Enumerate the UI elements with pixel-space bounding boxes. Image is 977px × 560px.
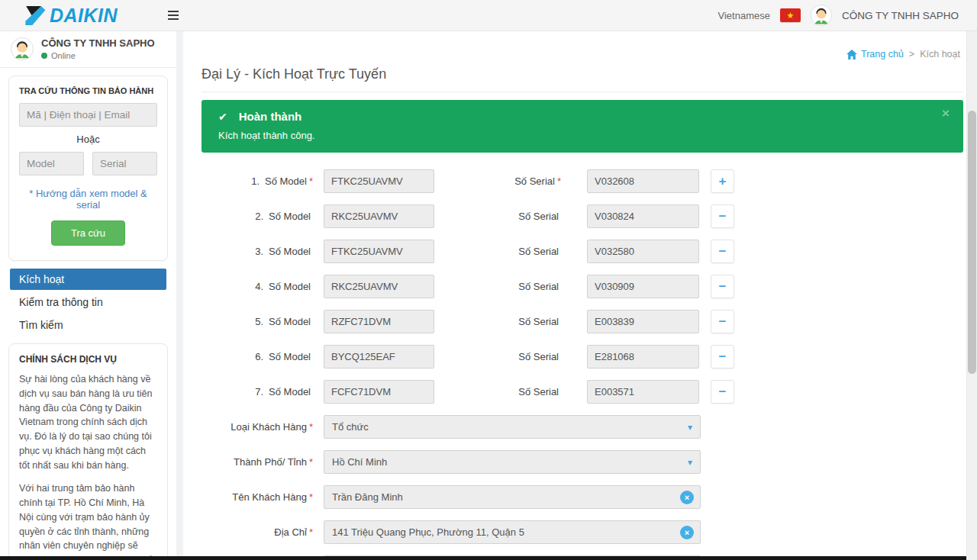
serial-input[interactable] [587,380,699,404]
row-index: 6. [255,351,263,362]
remove-row-button[interactable]: − [711,345,734,369]
sidebar-avatar [11,37,34,60]
scrollbar-thumb[interactable] [968,111,976,374]
serial-label-text: Số Serial [518,351,559,362]
policy-paragraph: Với hai trung tâm bảo hành chính tại TP.… [19,481,157,560]
scrollbar[interactable] [966,31,977,560]
required-mark: * [309,175,313,187]
model-input[interactable] [324,169,434,193]
dropdown-caret-icon[interactable]: ▾ [688,422,692,433]
serial-input[interactable] [587,169,699,193]
alert-close-icon[interactable]: × [942,107,950,120]
serial-input[interactable] [587,310,699,333]
model-label: 6.Số Model [202,351,313,362]
lookup-code-input[interactable] [19,103,157,127]
model-serial-row: 7.Số Model Số Serial − [202,380,963,404]
service-policy-card: CHÍNH SÁCH DỊCH VỤ Sự hài lòng của khách… [8,343,168,560]
customer-field-row: Thành Phố/ Tỉnh* Hồ Chí Minh ▾ [202,450,963,474]
serial-input[interactable] [587,240,699,263]
remove-row-button[interactable]: − [711,275,734,298]
model-input[interactable] [324,310,434,333]
model-label-text: Số Model [269,281,311,292]
serial-label-text: Số Serial [518,211,559,222]
lookup-button[interactable]: Tra cứu [51,220,125,246]
sidebar-nav-item[interactable]: Kích hoạt [10,269,166,290]
field-value: Trần Đăng Minh [332,491,403,503]
serial-input[interactable] [587,275,699,298]
dropdown-caret-icon[interactable]: ▾ [688,457,692,468]
field-control[interactable]: 141 Triệu Quang Phục, Phường 11, Quận 5 … [324,520,701,544]
policy-paragraphs: Sự hài lòng của khách hàng về dịch vụ sa… [19,372,157,560]
model-label: 3.Số Model [202,246,313,257]
field-control[interactable]: Tổ chức ▾ [324,415,701,439]
model-serial-rows: 1.Số Model* Số Serial* + 2.Số Model Số S… [202,169,963,404]
model-serial-row: 2.Số Model Số Serial − [202,204,963,228]
required-mark: * [309,421,313,433]
remove-row-button[interactable]: − [711,310,734,333]
flag-star: ★ [787,11,795,21]
row-index: 5. [255,316,263,327]
sidebar-nav: Kích hoạt Kiểm tra thông tin Tìm kiếm [0,269,176,336]
model-input[interactable] [324,204,434,228]
or-label: Hoặc [19,134,157,145]
field-label: Tên Khách Hàng* [202,491,313,503]
lookup-serial-input[interactable] [92,152,157,175]
model-serial-guide-link[interactable]: * Hướng dẫn xem model & serial [19,188,157,211]
daikin-logo[interactable]: DAIKIN [23,5,160,27]
success-alert: ✔ Hoàn thành Kích hoạt thành công. × [202,100,963,153]
serial-input[interactable] [587,345,699,369]
layout: CÔNG TY TNHH SAPHO Online TRA CỨU THÔNG … [0,31,977,560]
sidebar: CÔNG TY TNHH SAPHO Online TRA CỨU THÔNG … [0,31,183,560]
model-label-text: Số Model [269,316,311,327]
serial-label-text: Số Serial [518,316,559,327]
clear-field-icon[interactable]: × [680,526,694,539]
bottom-edge [0,556,966,560]
row-index: 7. [255,386,263,397]
check-icon: ✔ [218,111,227,123]
user-avatar[interactable] [811,5,832,26]
language-selector[interactable]: Vietnamese [718,10,770,21]
breadcrumb-home-link[interactable]: Trang chủ [846,49,904,60]
model-serial-row: 3.Số Model Số Serial − [202,240,963,263]
alert-title: Hoàn thành [239,110,302,123]
header-user-name[interactable]: CÔNG TY TNHH SAPHO [842,10,959,21]
required-mark: * [557,175,561,187]
sidebar-nav-item[interactable]: Tìm kiếm [10,314,166,336]
serial-label: Số Serial [434,316,561,327]
required-mark: * [309,526,313,538]
model-input[interactable] [324,345,434,369]
hamburger-menu-icon[interactable] [165,5,182,25]
model-label: 4.Số Model [202,281,313,292]
sidebar-nav-item-label: Kiểm tra thông tin [19,296,103,308]
serial-label-text: Số Serial [514,175,555,187]
model-input[interactable] [324,240,434,263]
breadcrumb-current: Kích hoạt [920,49,960,60]
alert-message: Kích hoạt thành công. [214,130,951,141]
field-control[interactable]: Trần Đăng Minh × [324,485,701,509]
customer-fields: Loại Khách Hàng* Tổ chức ▾ Thành Phố/ Tỉ… [202,415,963,560]
model-input[interactable] [324,380,434,404]
field-label: Thành Phố/ Tỉnh* [202,456,313,468]
main-content: Trang chủ > Kích hoạt Đại Lý - Kích Hoạt… [183,31,977,560]
serial-input[interactable] [587,204,699,228]
field-label-text: Tên Khách Hàng [232,491,307,503]
model-label-text: Số Model [269,246,311,257]
lookup-model-input[interactable] [19,152,84,175]
clear-field-icon[interactable]: × [680,491,694,504]
model-serial-row: 1.Số Model* Số Serial* + [202,169,963,193]
model-label: 5.Số Model [202,316,313,327]
model-input[interactable] [324,275,434,298]
model-serial-row: 6.Số Model Số Serial − [202,345,963,369]
brand-text: DAIKIN [50,5,118,27]
remove-row-button[interactable]: − [711,380,734,404]
remove-row-button[interactable]: − [711,240,734,263]
add-row-button[interactable]: + [711,169,734,193]
sidebar-nav-item[interactable]: Kiểm tra thông tin [10,291,166,313]
model-label-text: Số Model [265,175,307,187]
field-control[interactable]: Hồ Chí Minh ▾ [324,450,701,474]
vietnam-flag-icon[interactable]: ★ [780,8,801,22]
customer-field-row: Tên Khách Hàng* Trần Đăng Minh × [202,485,963,509]
field-value: 141 Triệu Quang Phục, Phường 11, Quận 5 [332,526,524,538]
remove-row-button[interactable]: − [711,204,734,228]
topbar: DAIKIN Vietnamese ★ CÔNG TY TNHH SAPHO [0,0,977,31]
